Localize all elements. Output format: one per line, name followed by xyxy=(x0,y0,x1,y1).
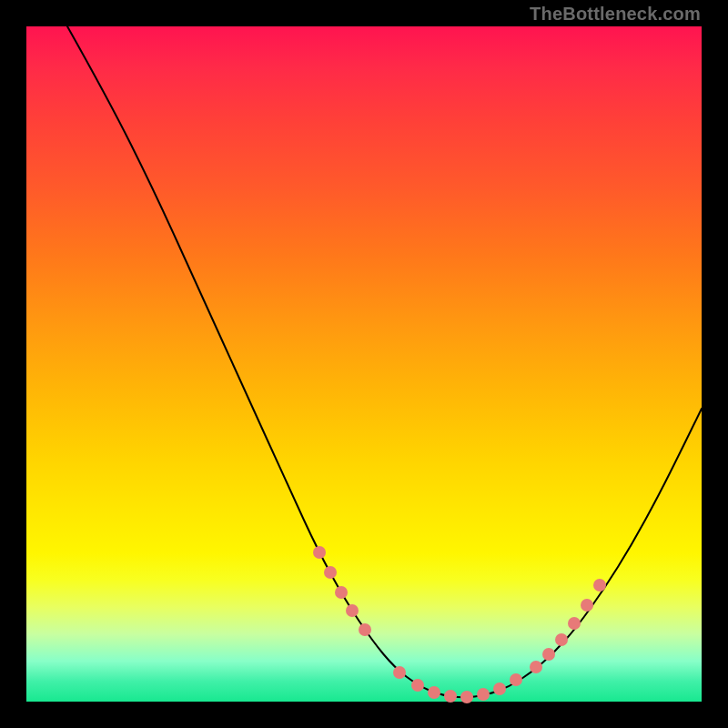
highlight-dot xyxy=(593,579,606,592)
highlight-dot xyxy=(581,599,593,612)
highlight-dot xyxy=(313,546,326,559)
highlight-dot xyxy=(359,623,371,636)
highlight-dot xyxy=(555,633,568,646)
highlight-dot xyxy=(393,666,406,679)
chart-overlay xyxy=(26,26,702,702)
highlight-dot xyxy=(346,604,359,617)
highlight-dot xyxy=(460,691,473,703)
highlight-dot xyxy=(444,690,457,703)
highlight-dot xyxy=(542,648,555,661)
highlight-dot xyxy=(335,586,348,599)
watermark-text: TheBottleneck.com xyxy=(530,4,701,25)
highlight-dot xyxy=(568,617,581,630)
highlight-dots-group xyxy=(313,546,606,703)
highlight-dot xyxy=(510,673,522,686)
highlight-dot xyxy=(324,566,337,579)
chart-frame: TheBottleneck.com xyxy=(0,0,728,728)
highlight-dot xyxy=(477,688,490,701)
highlight-dot xyxy=(493,682,506,695)
highlight-dot xyxy=(411,679,424,692)
bottleneck-curve xyxy=(67,26,702,697)
highlight-dot xyxy=(530,661,542,673)
highlight-dot xyxy=(428,686,440,699)
